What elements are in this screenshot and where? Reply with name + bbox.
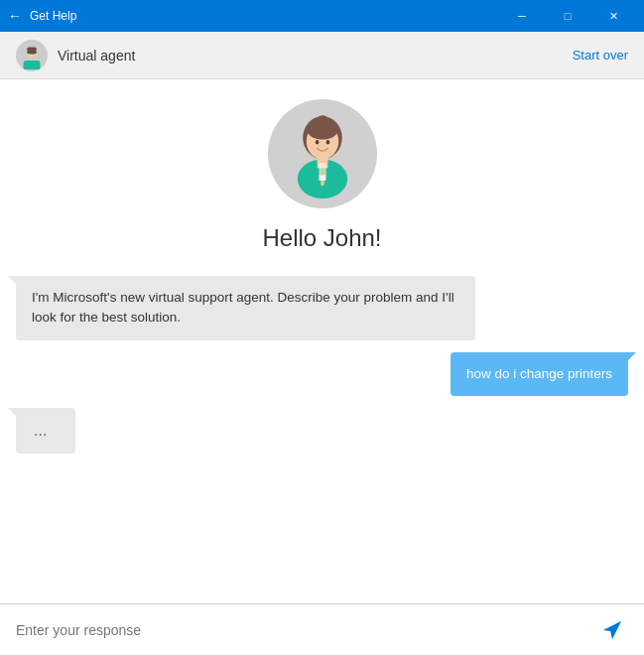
- agent-avatar-small: [16, 40, 48, 71]
- svg-point-15: [325, 140, 329, 145]
- response-input[interactable]: [16, 622, 596, 638]
- agent-message-bubble: I'm Microsoft's new virtual support agen…: [16, 276, 475, 340]
- message-row: how do i change printers: [16, 352, 628, 396]
- title-bar-controls: ─ □ ✕: [499, 0, 636, 32]
- svg-point-8: [315, 115, 328, 128]
- svg-rect-2: [24, 60, 41, 68]
- close-button[interactable]: ✕: [590, 0, 636, 32]
- svg-rect-4: [27, 47, 37, 51]
- send-button[interactable]: [596, 614, 628, 646]
- message-row: I'm Microsoft's new virtual support agen…: [16, 276, 628, 340]
- start-over-button[interactable]: Start over: [573, 48, 628, 63]
- messages-container: I'm Microsoft's new virtual support agen…: [16, 276, 628, 454]
- back-button[interactable]: ←: [8, 8, 22, 24]
- user-message-bubble: how do i change printers: [451, 352, 628, 396]
- title-bar-left: ← Get Help: [8, 8, 499, 24]
- agent-avatar-large: [268, 99, 377, 208]
- title-bar: ← Get Help ─ □ ✕: [0, 0, 644, 32]
- app-header: Virtual agent Start over: [0, 32, 644, 79]
- title-bar-title: Get Help: [30, 9, 76, 23]
- agent-name-label: Virtual agent: [58, 48, 573, 64]
- maximize-button[interactable]: □: [545, 0, 590, 32]
- minimize-button[interactable]: ─: [499, 0, 545, 32]
- chat-area: Hello John! I'm Microsoft's new virtual …: [0, 79, 644, 603]
- send-icon: [601, 619, 623, 641]
- svg-rect-13: [319, 176, 325, 181]
- svg-point-14: [315, 140, 319, 145]
- greeting-text: Hello John!: [262, 224, 381, 252]
- typing-indicator: ...: [16, 408, 75, 454]
- input-area: [0, 603, 644, 655]
- message-row: ...: [16, 408, 628, 454]
